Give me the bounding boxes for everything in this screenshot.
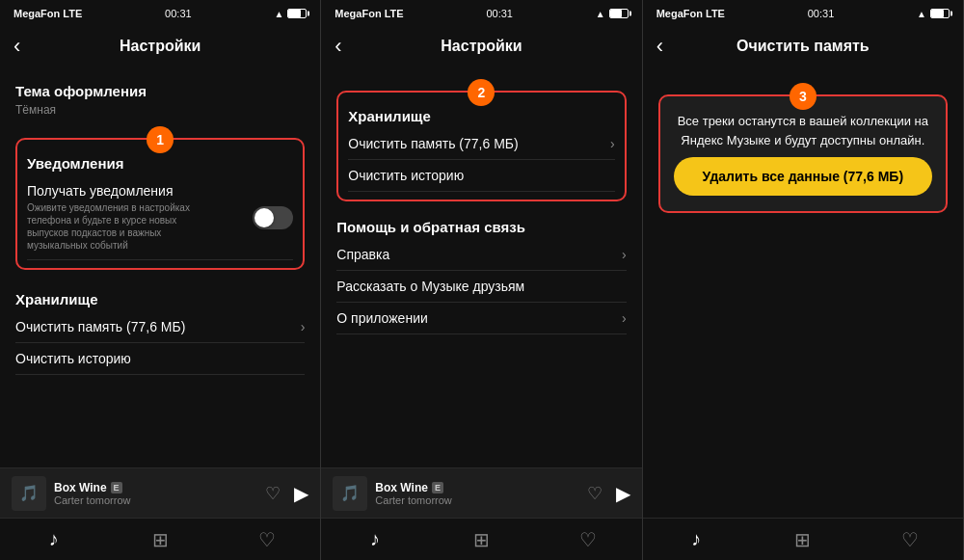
notifications-box: 1 Уведомления Получать уведомления Оживи…: [15, 138, 305, 270]
status-bar-1: MegaFon LTE 00:31 ▲: [0, 0, 320, 27]
nav-title-1: Настройки: [120, 38, 201, 55]
heart-icon-1[interactable]: ♡: [265, 483, 281, 504]
tab-library-3[interactable]: ⊞: [749, 519, 856, 560]
help-item-label-1: Рассказать о Музыке друзьям: [336, 279, 524, 294]
help-item-label-0: Справка: [336, 247, 389, 262]
time-2: 00:31: [486, 8, 513, 19]
tab-music-1[interactable]: ♪: [0, 519, 107, 560]
signal-icon: ▲: [274, 9, 283, 19]
storage-section-1: Хранилище Очистить память (77,6 МБ) › Оч…: [15, 283, 305, 375]
status-right-1: ▲: [274, 9, 307, 19]
clear-history-label-1: Очистить историю: [15, 351, 131, 366]
back-button-3[interactable]: ‹: [656, 36, 663, 57]
heart-icon-2[interactable]: ♡: [587, 483, 602, 504]
np-info-2: Box Wine E Carter tomorrow: [375, 481, 578, 506]
np-thumb-1: 🎵: [12, 476, 46, 511]
now-playing-2[interactable]: 🎵 Box Wine E Carter tomorrow ♡ ▶: [321, 467, 641, 518]
help-item-1[interactable]: Рассказать о Музыке друзьям: [336, 271, 626, 303]
tab-bar-2: ♪ ⊞ ♡: [321, 518, 641, 560]
time-3: 00:31: [808, 8, 835, 19]
carrier-1: MegaFon LTE: [13, 8, 82, 19]
storage-box: 2 Хранилище Очистить память (77,6 МБ) › …: [336, 91, 626, 201]
step-badge-2: 2: [468, 79, 495, 106]
clear-info-text: Все треки останутся в вашей коллекции на…: [674, 112, 932, 149]
storage-box-title: Хранилище: [348, 108, 614, 124]
help-item-label-2: О приложении: [336, 310, 427, 326]
carrier-3: MegaFon LTE: [656, 8, 725, 19]
tab-favorites-3[interactable]: ♡: [856, 519, 963, 560]
panel-2: MegaFon LTE 00:31 ▲ ‹ Настройки 2 Хранил…: [321, 0, 642, 560]
help-section: Помощь и обратная связь Справка › Расска…: [336, 211, 626, 334]
theme-section: Тема оформления Тёмная: [15, 75, 305, 117]
status-right-3: ▲: [917, 9, 950, 19]
delete-all-button[interactable]: Удалить все данные (77,6 МБ): [674, 157, 932, 196]
clear-info-box: 3 Все треки останутся в вашей коллекции …: [658, 94, 948, 213]
clear-memory-label-1: Очистить память (77,6 МБ): [15, 319, 185, 334]
storage-title-1: Хранилище: [15, 291, 305, 307]
content-3: 3 Все треки останутся в вашей коллекции …: [643, 66, 963, 518]
tab-library-2[interactable]: ⊞: [428, 519, 535, 560]
battery-icon: [287, 9, 307, 18]
tab-bar-1: ♪ ⊞ ♡: [0, 518, 320, 560]
tab-music-3[interactable]: ♪: [643, 519, 750, 560]
theme-value: Тёмная: [15, 103, 305, 117]
now-playing-1[interactable]: 🎵 Box Wine E Carter tomorrow ♡ ▶: [0, 467, 320, 518]
signal-icon-2: ▲: [596, 9, 605, 19]
notifications-item-label: Получать уведомления: [27, 183, 201, 199]
np-info-1: Box Wine E Carter tomorrow: [54, 481, 257, 506]
clear-history-item-2[interactable]: Очистить историю: [348, 160, 614, 192]
chevron-help-2: ›: [622, 310, 627, 326]
time-1: 00:31: [165, 8, 192, 19]
content-2: 2 Хранилище Очистить память (77,6 МБ) › …: [321, 66, 641, 467]
panel-1: MegaFon LTE 00:31 ▲ ‹ Настройки Тема офо…: [0, 0, 321, 560]
chevron-icon-1: ›: [301, 319, 306, 334]
tab-bar-3: ♪ ⊞ ♡: [643, 518, 963, 560]
play-icon-2[interactable]: ▶: [616, 482, 630, 505]
np-title-2: Box Wine E: [375, 481, 578, 494]
clear-history-item-1[interactable]: Очистить историю: [15, 343, 305, 375]
help-item-2[interactable]: О приложении ›: [336, 303, 626, 334]
nav-bar-1: ‹ Настройки: [0, 27, 320, 66]
clear-memory-label-2: Очистить память (77,6 МБ): [348, 136, 518, 151]
tab-music-2[interactable]: ♪: [321, 519, 428, 560]
nav-bar-3: ‹ Очистить память: [643, 27, 963, 66]
np-controls-1: ♡ ▶: [265, 482, 308, 505]
help-item-0[interactable]: Справка ›: [336, 239, 626, 271]
chevron-help-0: ›: [622, 247, 627, 262]
signal-icon-3: ▲: [917, 9, 926, 19]
clear-memory-item-1[interactable]: Очистить память (77,6 МБ) ›: [15, 311, 305, 343]
panel-3: MegaFon LTE 00:31 ▲ ‹ Очистить память 3 …: [643, 0, 964, 560]
battery-icon-2: [609, 9, 629, 18]
tab-library-1[interactable]: ⊞: [107, 519, 214, 560]
notifications-item-desc: Оживите уведомления в настройках телефон…: [27, 201, 201, 252]
carrier-2: MegaFon LTE: [335, 8, 403, 19]
status-right-2: ▲: [596, 9, 629, 19]
explicit-badge-2: E: [432, 482, 443, 493]
np-title-1: Box Wine E: [54, 481, 257, 494]
nav-title-2: Настройки: [441, 38, 522, 55]
play-icon-1[interactable]: ▶: [294, 482, 308, 505]
tab-favorites-2[interactable]: ♡: [535, 519, 642, 560]
nav-bar-2: ‹ Настройки: [321, 27, 641, 66]
step-badge-3: 3: [790, 83, 817, 110]
np-artist-1: Carter tomorrow: [54, 494, 257, 506]
content-1: Тема оформления Тёмная 1 Уведомления Пол…: [0, 66, 320, 467]
back-button-1[interactable]: ‹: [13, 36, 20, 57]
notifications-title: Уведомления: [27, 155, 293, 172]
status-bar-2: MegaFon LTE 00:31 ▲: [321, 0, 641, 27]
np-artist-2: Carter tomorrow: [375, 494, 578, 506]
step-badge-1: 1: [147, 126, 174, 153]
clear-memory-item-2[interactable]: Очистить память (77,6 МБ) ›: [348, 128, 614, 160]
np-thumb-2: 🎵: [333, 476, 367, 511]
status-bar-3: MegaFon LTE 00:31 ▲: [643, 0, 963, 27]
tab-favorites-1[interactable]: ♡: [214, 519, 321, 560]
battery-icon-3: [930, 9, 950, 18]
nav-title-3: Очистить память: [736, 38, 870, 55]
clear-history-label-2: Очистить историю: [348, 168, 464, 183]
notifications-toggle[interactable]: [253, 206, 293, 229]
back-button-2[interactable]: ‹: [335, 36, 341, 57]
explicit-badge-1: E: [111, 482, 122, 493]
chevron-icon-2: ›: [610, 136, 615, 151]
help-title: Помощь и обратная связь: [336, 219, 626, 235]
notifications-item[interactable]: Получать уведомления Оживите уведомления…: [27, 175, 293, 260]
